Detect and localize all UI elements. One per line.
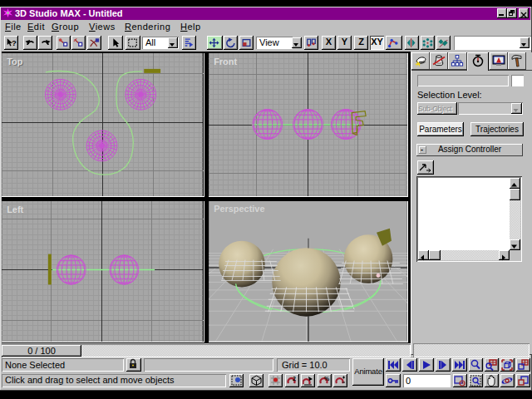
svg-text:%: %: [324, 376, 330, 382]
svg-text:Front: Front: [214, 57, 237, 66]
svg-text:2: 2: [293, 376, 296, 382]
svg-text:Top: Top: [7, 57, 23, 66]
svg-text:Perspective: Perspective: [214, 204, 264, 214]
svg-text:?: ?: [12, 38, 17, 47]
svg-text:Left: Left: [7, 204, 23, 214]
